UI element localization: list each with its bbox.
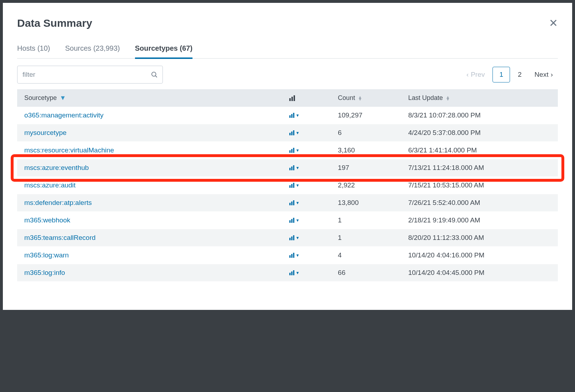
chart-dropdown[interactable]: ▼ (289, 148, 324, 153)
tab-1[interactable]: Sources (23,993) (65, 39, 120, 59)
modal-title: Data Summary (17, 17, 92, 29)
close-icon[interactable]: ✕ (549, 18, 558, 29)
pagination-page-2[interactable]: 2 (513, 68, 527, 81)
sourcetype-link[interactable]: m365:log:info (24, 269, 65, 276)
chevron-down-icon: ▼ (296, 183, 300, 187)
col-header-sourcetype-label: Sourcetype (24, 94, 57, 102)
svg-rect-8 (289, 133, 291, 135)
svg-rect-34 (293, 270, 294, 275)
tab-0[interactable]: Hosts (10) (17, 39, 50, 59)
sourcetype-link[interactable]: o365:management:activity (24, 111, 104, 119)
last-update-cell: 4/24/20 5:37:08.000 PM (401, 124, 558, 142)
table-wrapper: Sourcetype ▼ (17, 89, 558, 282)
chart-dropdown[interactable]: ▼ (289, 200, 324, 205)
sourcetype-cell: mscs:resource:virtualMachine (17, 142, 282, 159)
sourcetype-link[interactable]: mscs:azure:audit (24, 181, 76, 189)
last-update-cell: 10/14/20 4:04:45.000 PM (401, 264, 558, 282)
count-cell: 1 (331, 229, 401, 247)
last-update-cell: 2/18/21 9:19:49.000 AM (401, 212, 558, 229)
sourcetype-cell: mscs:azure:audit (17, 177, 282, 194)
sourcetype-cell: o365:management:activity (17, 107, 282, 124)
table-row: m365:teams:callRecord▼18/20/20 11:12:33.… (17, 229, 558, 247)
table-row: mscs:resource:virtualMachine▼3,1606/3/21… (17, 142, 558, 159)
chevron-down-icon: ▼ (296, 236, 300, 240)
count-cell: 3,160 (331, 142, 401, 159)
chart-dropdown[interactable]: ▼ (289, 113, 324, 118)
chart-action-cell: ▼ (282, 247, 331, 264)
sourcetype-link[interactable]: mysourcetype (24, 129, 66, 136)
svg-rect-10 (293, 130, 294, 135)
svg-rect-21 (291, 202, 292, 206)
sourcetypes-table: Sourcetype ▼ (17, 89, 558, 282)
table-row: mscs:azure:audit▼2,9227/15/21 10:53:15.0… (17, 177, 558, 194)
chevron-down-icon: ▼ (296, 201, 300, 205)
col-header-last-update-label: Last Update (408, 94, 443, 102)
last-update-cell: 6/3/21 1:41:14.000 PM (401, 142, 558, 159)
tab-2[interactable]: Sourcetypes (67) (135, 39, 192, 59)
sourcetype-link[interactable]: ms:defender:atp:alerts (24, 199, 92, 206)
col-header-chart[interactable] (282, 89, 331, 107)
svg-rect-15 (291, 167, 292, 171)
col-header-sourcetype[interactable]: Sourcetype ▼ (17, 89, 282, 107)
chart-dropdown[interactable]: ▼ (289, 183, 324, 188)
pagination-prev[interactable]: ‹ Prev (461, 68, 490, 81)
sourcetype-link[interactable]: m365:teams:callRecord (24, 234, 96, 241)
pagination-next[interactable]: Next › (530, 68, 558, 81)
sort-desc-icon: ▼ (60, 94, 66, 102)
chart-action-cell: ▼ (282, 159, 331, 177)
chart-action-cell: ▼ (282, 229, 331, 247)
last-update-cell: 7/26/21 5:52:40.000 AM (401, 194, 558, 212)
sourcetype-link[interactable]: mscs:resource:virtualMachine (24, 146, 114, 154)
svg-rect-20 (289, 203, 291, 205)
sort-both-icon: ▲▼ (446, 96, 450, 100)
svg-rect-24 (291, 219, 292, 223)
sourcetype-link[interactable]: m365:webhook (24, 216, 70, 224)
svg-rect-23 (289, 220, 291, 223)
count-cell: 109,297 (331, 107, 401, 124)
sourcetype-link[interactable]: mscs:azure:eventhub (24, 164, 89, 171)
last-update-cell: 7/13/21 11:24:18.000 AM (401, 159, 558, 177)
pagination-page-1[interactable]: 1 (492, 67, 510, 82)
last-update-cell: 7/15/21 10:53:15.000 AM (401, 177, 558, 194)
table-row: ms:defender:atp:alerts▼13,8007/26/21 5:5… (17, 194, 558, 212)
sort-both-icon: ▲▼ (358, 96, 362, 100)
modal-header: Data Summary ✕ (17, 10, 558, 39)
count-cell: 13,800 (331, 194, 401, 212)
chart-action-cell: ▼ (282, 142, 331, 159)
col-header-count[interactable]: Count ▲▼ (331, 89, 401, 107)
svg-rect-14 (289, 168, 291, 170)
sourcetype-cell: mysourcetype (17, 124, 282, 142)
svg-rect-16 (293, 165, 294, 170)
chart-dropdown[interactable]: ▼ (289, 218, 324, 223)
chart-dropdown[interactable]: ▼ (289, 270, 324, 275)
chart-dropdown[interactable]: ▼ (289, 253, 324, 258)
chart-dropdown[interactable]: ▼ (289, 235, 324, 240)
filter-input[interactable] (17, 66, 163, 84)
count-cell: 1 (331, 212, 401, 229)
chart-dropdown[interactable]: ▼ (289, 165, 324, 170)
chart-action-cell: ▼ (282, 177, 331, 194)
svg-rect-29 (289, 255, 291, 258)
search-icon[interactable] (151, 71, 158, 78)
count-cell: 66 (331, 264, 401, 282)
svg-rect-28 (293, 235, 294, 240)
chevron-left-icon: ‹ (466, 71, 469, 79)
chart-dropdown[interactable]: ▼ (289, 130, 324, 135)
sourcetype-link[interactable]: m365:log:warn (24, 251, 69, 259)
chevron-down-icon: ▼ (296, 218, 300, 222)
svg-rect-31 (293, 253, 294, 258)
chevron-down-icon: ▼ (296, 131, 300, 135)
svg-rect-12 (291, 149, 292, 153)
table-row: m365:webhook▼12/18/21 9:19:49.000 AM (17, 212, 558, 229)
chevron-down-icon: ▼ (296, 166, 300, 170)
chevron-right-icon: › (551, 71, 553, 79)
last-update-cell: 8/20/20 11:12:33.000 AM (401, 229, 558, 247)
chart-action-cell: ▼ (282, 124, 331, 142)
svg-rect-33 (291, 272, 292, 276)
svg-line-1 (155, 76, 157, 77)
pagination-prev-label: Prev (471, 71, 485, 79)
col-header-last-update[interactable]: Last Update ▲▼ (401, 89, 558, 107)
svg-rect-17 (289, 185, 291, 188)
svg-rect-25 (293, 218, 294, 223)
chevron-down-icon: ▼ (296, 271, 300, 275)
